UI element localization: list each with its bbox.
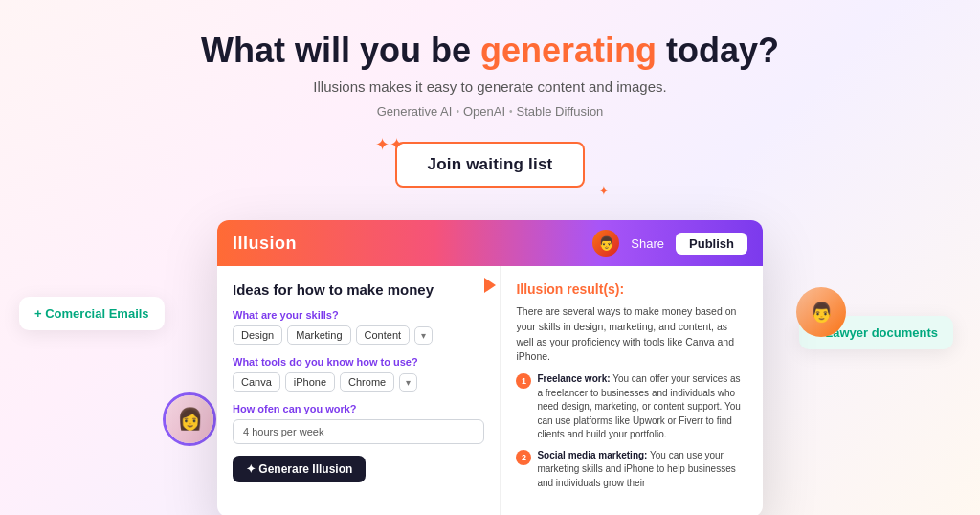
skill-tag-marketing[interactable]: Marketing — [287, 325, 350, 345]
avatar-right-image: 👨 — [796, 287, 846, 337]
tool-tag-canva[interactable]: Canva — [233, 372, 280, 392]
avatar-left: 👩 — [163, 392, 216, 446]
result-num-1: 1 — [516, 373, 531, 389]
result-item-bold-1: Freelance work: — [537, 373, 610, 384]
tools-label: What tools do you know how to use? — [233, 356, 484, 368]
main-title: What will you be generating today? — [0, 31, 980, 71]
title-start: What will you be — [201, 31, 480, 70]
tools-dropdown-icon[interactable]: ▾ — [399, 373, 417, 392]
share-button[interactable]: Share — [631, 236, 664, 251]
tags-row: Generative AI • OpenAI • Stable Diffusio… — [0, 104, 980, 119]
sparkle-icon-bottom: ✦ — [598, 183, 610, 198]
skills-group: What are your skills? Design Marketing C… — [233, 309, 484, 345]
tool-tag-chrome[interactable]: Chrome — [340, 372, 394, 392]
tag-stable-diffusion: Stable Diffusion — [517, 104, 604, 119]
avatar-right: 👨 — [796, 287, 846, 337]
result-num-2: 2 — [516, 450, 531, 465]
frequency-group: How ofen can you work? — [233, 403, 484, 444]
skills-dropdown-icon[interactable]: ▾ — [414, 326, 433, 345]
dot1: • — [456, 106, 459, 117]
sparkle-icon-top: ✦✦ — [375, 134, 404, 155]
cta-wrapper: ✦✦ Join waiting list ✦ — [0, 136, 980, 193]
app-right-panel: Illusion result(s): There are several wa… — [501, 266, 763, 515]
result-title: Illusion result(s): — [516, 281, 747, 297]
dot2: • — [509, 106, 513, 117]
play-arrow-icon — [484, 278, 496, 293]
result-item-text-2: Social media marketing: You can use your… — [537, 449, 747, 491]
generate-button[interactable]: ✦ Generare Illusion — [233, 456, 366, 482]
tag-openai: OpenAI — [463, 104, 505, 119]
frequency-label: How ofen can you work? — [233, 403, 484, 414]
tools-tags: Canva iPhone Chrome ▾ — [233, 372, 484, 392]
result-item-text-1: Freelance work: You can offer your servi… — [537, 372, 747, 442]
publish-button[interactable]: Publish — [676, 233, 747, 255]
frequency-input[interactable] — [233, 419, 484, 444]
hero-section: What will you be generating today? Illus… — [0, 0, 980, 193]
title-end: today? — [657, 31, 779, 70]
skill-tag-design[interactable]: Design — [233, 325, 282, 345]
title-highlight: generating — [480, 31, 657, 70]
float-card-commercial-emails: + Comercial Emails — [19, 297, 165, 330]
subtitle: Illusions makes it easy to generate cont… — [0, 78, 980, 95]
app-body: Ideas for how to make money What are you… — [217, 266, 763, 515]
float-card-left-label: + Comercial Emails — [34, 306, 149, 321]
skill-tag-content[interactable]: Content — [356, 325, 411, 345]
app-header: Illusion 👨 Share Publish — [217, 220, 763, 266]
header-avatar-icon: 👨 — [598, 235, 614, 251]
app-header-right: 👨 Share Publish — [592, 230, 747, 257]
app-left-panel: Ideas for how to make money What are you… — [217, 266, 501, 515]
result-item-1: 1 Freelance work: You can offer your ser… — [516, 372, 747, 442]
result-intro: There are several ways to make money bas… — [516, 304, 747, 365]
app-mockup: Illusion 👨 Share Publish Ideas for how t… — [217, 220, 763, 515]
tag-generative-ai: Generative AI — [377, 104, 453, 119]
skills-label: What are your skills? — [233, 309, 484, 321]
avatar-left-image: 👩 — [166, 395, 213, 443]
join-waiting-list-button[interactable]: Join waiting list — [395, 142, 586, 188]
app-logo: Illusion — [233, 234, 297, 254]
skills-tags: Design Marketing Content ▾ — [233, 325, 484, 345]
tools-group: What tools do you know how to use? Canva… — [233, 356, 484, 392]
left-panel-title: Ideas for how to make money — [233, 281, 484, 298]
result-item-2: 2 Social media marketing: You can use yo… — [516, 449, 747, 491]
tool-tag-iphone[interactable]: iPhone — [285, 372, 335, 392]
result-item-bold-2: Social media marketing: — [537, 450, 647, 460]
header-avatar: 👨 — [592, 230, 619, 257]
